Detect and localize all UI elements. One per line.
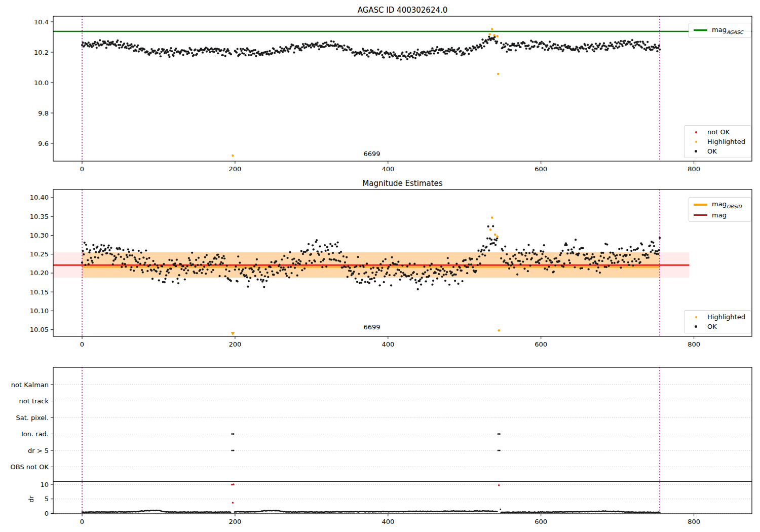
- ok-point: [508, 268, 510, 270]
- ok-point: [113, 255, 116, 257]
- ok-point: [309, 260, 311, 262]
- x-tick-label: 800: [688, 518, 700, 525]
- ok-point: [290, 266, 292, 268]
- ok-point: [156, 52, 158, 54]
- ok-point: [281, 47, 283, 49]
- ok-point: [286, 47, 288, 49]
- ok-point: [504, 45, 506, 47]
- ok-point: [283, 267, 285, 269]
- ok-point: [483, 249, 485, 251]
- ok-point: [87, 259, 89, 261]
- ok-point: [167, 51, 169, 53]
- ok-point: [259, 271, 261, 273]
- flag-category-label: dr > 5: [28, 447, 49, 454]
- ok-point: [603, 42, 605, 44]
- ok-point: [626, 254, 628, 256]
- ok-point: [367, 276, 369, 278]
- ok-point: [364, 281, 366, 283]
- ok-point: [569, 262, 571, 264]
- ok-point: [305, 262, 307, 264]
- ok-point: [336, 241, 338, 243]
- y-tick-label: 9.6: [38, 140, 49, 147]
- ok-point: [248, 280, 250, 282]
- ok-point: [206, 51, 208, 53]
- ok-point: [262, 279, 264, 281]
- ok-point: [244, 267, 246, 269]
- flag-point: [233, 449, 234, 451]
- ok-point: [560, 252, 562, 254]
- ok-point: [378, 269, 380, 271]
- ok-point: [279, 264, 281, 266]
- ok-point: [641, 47, 643, 49]
- ok-point: [249, 277, 251, 279]
- ok-point: [648, 256, 650, 258]
- ok-point: [451, 47, 453, 49]
- ok-point: [327, 249, 329, 251]
- ok-point: [373, 277, 375, 279]
- ok-point: [133, 270, 135, 272]
- highlighted-point: [489, 229, 491, 231]
- ok-point: [431, 47, 433, 49]
- ok-point: [84, 44, 86, 46]
- flag-point: [499, 433, 501, 435]
- ok-point: [242, 269, 244, 271]
- ok-point: [557, 44, 559, 46]
- ok-point: [82, 250, 84, 252]
- ok-point: [482, 42, 484, 44]
- ok-point: [653, 245, 655, 247]
- ok-point: [250, 54, 252, 56]
- ok-point: [255, 55, 257, 57]
- ok-point: [475, 49, 477, 51]
- ok-point: [126, 254, 128, 256]
- ok-point: [557, 48, 559, 50]
- ok-point: [513, 267, 515, 269]
- ok-point: [396, 263, 398, 265]
- ok-point: [83, 253, 85, 255]
- ok-point: [435, 272, 437, 274]
- dr-tick-label: 0: [45, 510, 49, 517]
- ok-point: [439, 270, 441, 272]
- ok-point: [458, 47, 460, 49]
- ok-point: [392, 55, 394, 57]
- ok-point: [496, 41, 498, 43]
- ok-point: [563, 262, 565, 264]
- ok-point: [621, 247, 623, 249]
- ok-point: [524, 254, 526, 256]
- legend-label-not-ok: not OK: [707, 128, 730, 136]
- ok-point: [515, 249, 517, 251]
- ok-point: [554, 44, 556, 46]
- legend-label-mag-agasc: magAGASC: [712, 26, 743, 35]
- ok-point: [112, 41, 114, 43]
- ok-point: [238, 269, 240, 271]
- ok-point: [475, 270, 477, 272]
- red-line-swatch: [694, 214, 707, 216]
- ok-point: [591, 256, 593, 258]
- x-tick-label: 400: [382, 165, 394, 173]
- ok-point: [225, 269, 227, 271]
- dr-point: [230, 512, 232, 513]
- ok-point: [389, 274, 391, 276]
- ok-point: [468, 53, 470, 55]
- ok-point: [222, 54, 224, 56]
- ok-point: [637, 41, 639, 43]
- ok-point: [168, 259, 170, 261]
- ok-point: [367, 49, 369, 51]
- ok-point: [436, 278, 438, 280]
- not-ok-point: [233, 483, 234, 485]
- ok-point: [375, 271, 377, 273]
- ok-point: [490, 239, 492, 241]
- ok-point: [423, 273, 425, 275]
- ok-point: [105, 47, 107, 49]
- ok-point: [168, 56, 170, 58]
- ok-point: [223, 257, 225, 259]
- ok-point: [390, 284, 392, 286]
- ok-point: [138, 250, 140, 252]
- ok-point: [444, 280, 446, 282]
- ok-point: [110, 247, 112, 249]
- ok-point: [575, 239, 577, 241]
- x-tick-label: 200: [229, 518, 241, 525]
- ok-point: [260, 274, 262, 276]
- legend-row-ok: OK: [689, 147, 746, 155]
- ok-point: [584, 254, 586, 256]
- ok-point: [310, 253, 312, 255]
